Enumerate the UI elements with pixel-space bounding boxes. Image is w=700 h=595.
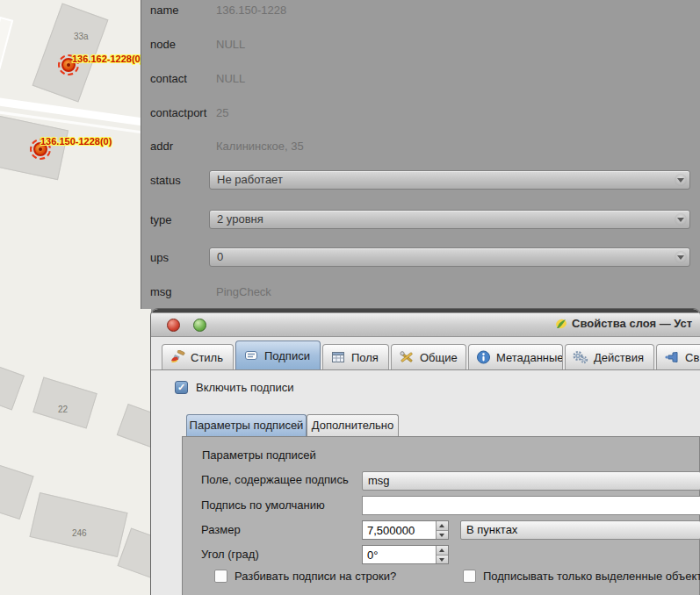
field-label: type: [150, 213, 172, 226]
label-field-label: Поле, содержащее подпись: [201, 473, 349, 486]
dialog-body: ✓ Включить подписи Параметры подписей До…: [151, 370, 700, 595]
default-label-input[interactable]: [362, 496, 700, 515]
field-value: 25: [216, 106, 228, 119]
spin-up-button[interactable]: [437, 546, 448, 555]
field-label: contactport: [150, 106, 206, 119]
spin-down-button[interactable]: [437, 555, 448, 564]
map-building: [0, 460, 34, 520]
angle-spinbox[interactable]: 0°: [362, 545, 449, 564]
map-building: [32, 377, 97, 429]
tab-style[interactable]: Стиль: [162, 344, 234, 369]
group-title: Параметры подписей: [202, 448, 316, 462]
status-combobox[interactable]: Не работает: [209, 170, 690, 190]
building-number-label: 22: [58, 405, 68, 414]
multiline-labels-checkbox[interactable]: Разбивать подписи на строки?: [214, 570, 396, 583]
marker-label: 136.150-1228(0): [40, 136, 112, 147]
app-screen: 33a 22 246 136.162-1228(0) 136.150-1228(…: [0, 0, 700, 595]
map-building: [32, 3, 109, 102]
tab-general[interactable]: Общие: [391, 344, 466, 369]
label-parameters-page: Параметры подписей Поле, содержащее подп…: [182, 436, 700, 595]
map-building: [0, 363, 25, 410]
tab-advanced[interactable]: Дополнительно: [307, 414, 399, 436]
tab-fields[interactable]: Поля: [322, 344, 389, 369]
field-label: msg: [150, 285, 172, 298]
field-value: Калининское, 35: [216, 140, 304, 153]
checked-checkbox-icon[interactable]: ✓: [175, 381, 188, 394]
label-icon: [243, 348, 259, 362]
unchecked-checkbox-icon[interactable]: [463, 570, 476, 583]
spin-down-button[interactable]: [437, 530, 448, 540]
info-icon: [476, 350, 491, 364]
tab-labels[interactable]: Подписи: [235, 341, 321, 369]
selected-only-checkbox[interactable]: Подписывать только выделенные объекты: [463, 570, 700, 583]
ups-combobox[interactable]: 0: [209, 247, 690, 267]
building-number-label: 246: [72, 528, 87, 538]
join-icon: [664, 350, 680, 364]
unchecked-checkbox-icon[interactable]: [214, 570, 227, 583]
field-label: status: [150, 174, 181, 187]
map-building: [29, 492, 127, 557]
dropdown-arrow-icon[interactable]: [675, 213, 687, 226]
type-combobox[interactable]: 2 уровня: [209, 210, 690, 229]
map-building: [117, 404, 151, 448]
attribute-form-panel: name 136.150-1228 node NULL contact NULL…: [141, 0, 700, 309]
map-canvas[interactable]: 33a 22 246 136.162-1228(0) 136.150-1228(…: [0, 0, 151, 595]
field-value: NULL: [216, 72, 245, 85]
dialog-title: Свойства слоя — Уст: [555, 317, 692, 330]
field-value: 136.150-1228: [216, 4, 286, 17]
close-window-button[interactable]: [167, 319, 180, 332]
label-field-combobox[interactable]: msg: [362, 471, 700, 491]
tab-joins[interactable]: Св: [656, 344, 700, 369]
field-label: contact: [150, 72, 187, 85]
dropdown-arrow-icon[interactable]: [675, 251, 687, 263]
dialog-titlebar[interactable]: Свойства слоя — Уст: [151, 309, 700, 337]
dialog-tabbar: Стиль Подписи Поля: [151, 341, 700, 370]
marker-core-icon: [39, 147, 42, 151]
label-settings-tabbar: Параметры подписей Дополнительно: [186, 414, 399, 436]
qgis-logo-icon: [555, 318, 567, 330]
building-number-label: 33a: [74, 32, 89, 41]
field-value: PingCheck: [216, 285, 271, 298]
field-value: NULL: [216, 38, 245, 51]
spin-up-button[interactable]: [437, 521, 448, 530]
field-label: node: [150, 38, 176, 51]
tools-icon: [399, 350, 415, 364]
marker-core-icon: [67, 63, 70, 67]
field-label: ups: [150, 251, 169, 264]
default-label-label: Подпись по умолчанию: [201, 498, 325, 512]
field-label: name: [150, 4, 179, 17]
minimize-window-button[interactable]: [193, 319, 206, 332]
paintbrush-icon: [170, 350, 185, 364]
layer-properties-dialog: Свойства слоя — Уст Стиль Подпис: [151, 309, 700, 595]
marker-label: 136.162-1228(0): [72, 54, 143, 64]
tab-label-parameters[interactable]: Параметры подписей: [186, 414, 307, 436]
size-spinbox[interactable]: 7,500000: [362, 520, 449, 540]
map-road-outline: [0, 17, 13, 69]
dropdown-arrow-icon[interactable]: [675, 174, 687, 186]
table-icon: [330, 350, 346, 364]
enable-labels-checkbox[interactable]: ✓ Включить подписи: [175, 381, 294, 394]
field-label: addr: [150, 140, 173, 153]
tab-actions[interactable]: Действия: [565, 344, 654, 369]
tab-metadata[interactable]: Метаданные: [468, 344, 563, 369]
size-label: Размер: [201, 523, 241, 536]
size-units-combobox[interactable]: В пунктах: [460, 520, 700, 540]
gears-icon: [573, 350, 588, 364]
angle-label: Угол (град): [201, 548, 259, 561]
